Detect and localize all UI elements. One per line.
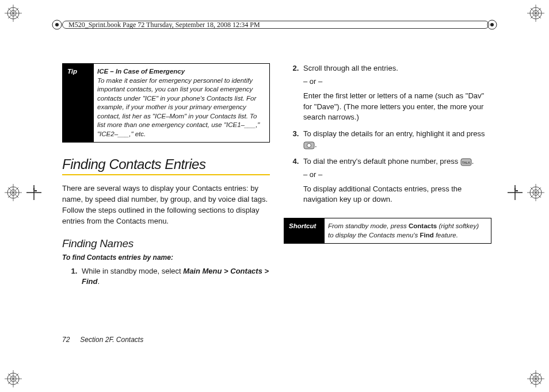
tip-title: ICE – In Case of Emergency — [97, 68, 185, 75]
page: M520_Sprint.book Page 72 Thursday, Septe… — [0, 0, 549, 392]
crop-cross-icon — [25, 184, 43, 203]
intro-paragraph: There are several ways to display your C… — [62, 183, 270, 226]
header-grommet-icon — [52, 20, 62, 32]
step-2a: Scroll through all the entries. — [303, 63, 491, 74]
shortcut-pre: From standby mode, press — [328, 222, 409, 229]
registration-mark-icon — [527, 5, 544, 22]
registration-mark-icon — [5, 370, 22, 387]
steps-list-left: While in standby mode, select Main Menu … — [62, 266, 270, 294]
shortcut-body: From standby mode, press Contacts (right… — [325, 218, 491, 243]
procedure-caption: To find Contacts entries by name: — [62, 253, 270, 262]
ok-key-icon — [303, 141, 315, 149]
shortcut-post: feature. — [434, 232, 458, 239]
section-label: Section 2F. Contacts — [80, 336, 143, 344]
registration-mark-icon — [5, 184, 22, 203]
step-3: To display the details for an entry, hig… — [301, 129, 491, 151]
step-3-pre: To display the details for an entry, hig… — [303, 129, 485, 138]
talk-key-icon: TALK — [460, 158, 472, 166]
tip-text: To make it easier for emergency personne… — [97, 77, 257, 129]
left-column: Tip ICE – In Case of Emergency To make i… — [62, 63, 270, 336]
step-1-pre: While in standby mode, select — [82, 267, 183, 275]
running-head: M520_Sprint.book Page 72 Thursday, Septe… — [62, 21, 489, 29]
crop-cross-icon — [506, 184, 524, 203]
section-title: Finding Contacts Entries — [62, 156, 270, 175]
step-4a-pre: To dial the entry's default phone number… — [303, 157, 460, 166]
shortcut-label: Shortcut — [284, 218, 325, 243]
registration-mark-icon — [5, 5, 22, 22]
registration-mark-icon — [527, 370, 544, 387]
registration-mark-icon — [527, 184, 544, 203]
running-head-text: M520_Sprint.book Page 72 Thursday, Septe… — [68, 21, 260, 29]
right-column: Scroll through all the entries. – or – E… — [284, 63, 491, 336]
steps-list-right: Scroll through all the entries. – or – E… — [284, 63, 491, 211]
step-2b: Enter the first letter or letters of a n… — [303, 91, 491, 124]
tip-body: ICE – In Case of Emergency To make it ea… — [94, 64, 269, 142]
or-divider: – or – — [303, 170, 491, 180]
shortcut-find: Find — [420, 232, 433, 239]
step-1: While in standby mode, select Main Menu … — [79, 266, 270, 288]
step-2: Scroll through all the entries. – or – E… — [301, 63, 491, 123]
page-number: 72 — [62, 336, 70, 344]
subheading: Finding Names — [62, 237, 270, 250]
step-4a-post: . — [472, 157, 474, 166]
or-divider: – or – — [303, 76, 491, 87]
shortcut-contacts: Contacts — [409, 222, 437, 229]
tip-box: Tip ICE – In Case of Emergency To make i… — [62, 63, 270, 143]
step-1-post: . — [97, 277, 100, 286]
tip-label: Tip — [63, 64, 94, 142]
svg-text:TALK: TALK — [462, 161, 470, 164]
svg-point-15 — [490, 23, 494, 26]
svg-point-13 — [55, 23, 59, 26]
shortcut-box: Shortcut From standby mode, press Contac… — [284, 218, 491, 244]
tip-etc: etc. — [134, 130, 146, 137]
page-footer: 72 Section 2F. Contacts — [62, 336, 143, 344]
step-3-post: . — [315, 140, 317, 149]
svg-point-17 — [307, 144, 311, 148]
step-4b: To display additional Contacts entries, … — [303, 184, 491, 206]
step-4: To dial the entry's default phone number… — [301, 156, 491, 205]
content-area: Tip ICE – In Case of Emergency To make i… — [62, 63, 491, 336]
